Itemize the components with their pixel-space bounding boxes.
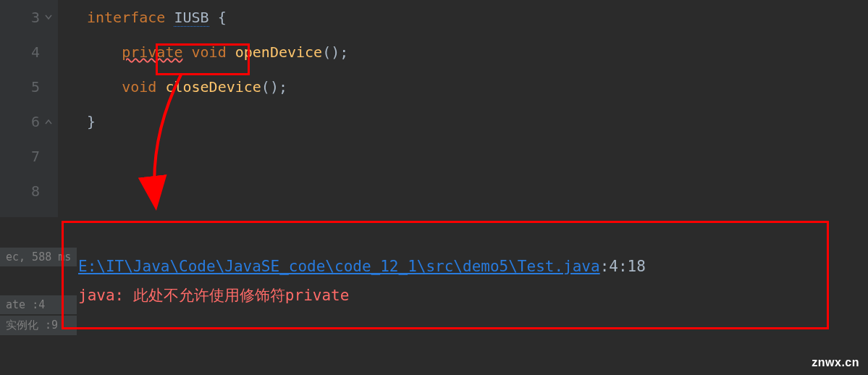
code-line: private void openDevice();	[87, 35, 868, 69]
line-col: :4:18	[600, 258, 646, 275]
line-number: 7	[0, 139, 40, 174]
file-path-link[interactable]: E:\IT\Java\Code\JavaSE_code\code_12_1\sr…	[78, 258, 600, 275]
watermark: znwx.cn	[812, 356, 859, 369]
code-line	[87, 174, 868, 208]
code-line: interface IUSB {	[87, 0, 868, 35]
line-number: 3	[0, 0, 40, 35]
line-number: 6	[0, 104, 40, 139]
line-number: 4	[0, 35, 40, 69]
code-line	[87, 139, 868, 174]
annotation-box-error: E:\IT\Java\Code\JavaSE_code\code_12_1\sr…	[62, 221, 829, 329]
code-line: void closeDevice();	[87, 69, 868, 104]
fold-open-icon[interactable]	[44, 13, 53, 22]
console-panel: ec, 588 ms ate :4 实例化 :9 E:\IT\Java\Code…	[0, 217, 868, 375]
code-editor[interactable]: 3 4 5 6 7 8 interface IUSB { private voi…	[0, 0, 868, 217]
error-message-line: java: 此处不允许使用修饰符private	[78, 281, 812, 310]
error-location-line: E:\IT\Java\Code\JavaSE_code\code_12_1\sr…	[78, 252, 812, 281]
line-number: 5	[0, 69, 40, 104]
fold-close-icon[interactable]	[44, 117, 53, 126]
line-number: 8	[0, 174, 40, 208]
code-content[interactable]: interface IUSB { private void openDevice…	[58, 0, 868, 217]
code-line: }	[87, 104, 868, 139]
line-gutter: 3 4 5 6 7 8	[0, 0, 58, 217]
